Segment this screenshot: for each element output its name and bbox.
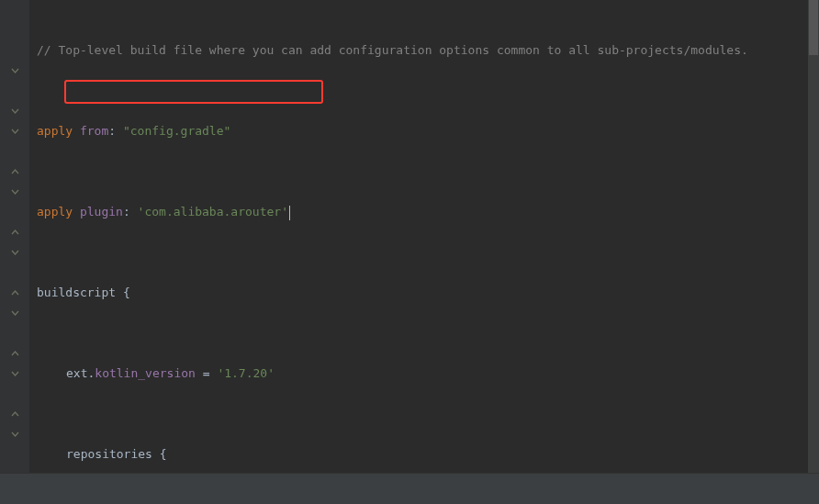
fold-close-icon[interactable] — [10, 228, 19, 237]
vertical-scrollbar[interactable] — [808, 0, 819, 473]
fold-open-icon[interactable] — [10, 187, 19, 196]
fold-open-icon[interactable] — [10, 369, 19, 378]
fold-open-icon[interactable] — [10, 66, 19, 75]
code-line[interactable]: ext.kotlin_version = '1.7.20' — [37, 364, 819, 384]
code-line[interactable]: apply from: "config.gradle" — [37, 121, 819, 141]
code-line[interactable]: buildscript { — [37, 283, 819, 303]
highlight-annotation — [64, 80, 323, 104]
fold-open-icon[interactable] — [10, 106, 19, 116]
fold-open-icon[interactable] — [10, 430, 19, 439]
code-line[interactable]: // Top-level build file where you can ad… — [37, 40, 819, 61]
code-line[interactable]: repositories { — [37, 444, 819, 465]
scrollbar-thumb[interactable] — [809, 0, 818, 55]
comment-text: // Top-level build file where you can ad… — [37, 43, 748, 57]
code-line[interactable]: apply plugin: 'com.alibaba.arouter' — [37, 202, 819, 222]
code-area[interactable]: // Top-level build file where you can ad… — [29, 0, 819, 473]
fold-close-icon[interactable] — [10, 349, 19, 358]
fold-close-icon[interactable] — [10, 167, 19, 176]
gutter — [0, 0, 29, 473]
fold-close-icon[interactable] — [10, 409, 19, 419]
fold-open-icon[interactable] — [10, 308, 19, 318]
fold-open-icon[interactable] — [10, 248, 19, 257]
fold-close-icon[interactable] — [10, 288, 19, 297]
code-editor[interactable]: // Top-level build file where you can ad… — [0, 0, 819, 473]
fold-open-icon[interactable] — [10, 127, 19, 136]
